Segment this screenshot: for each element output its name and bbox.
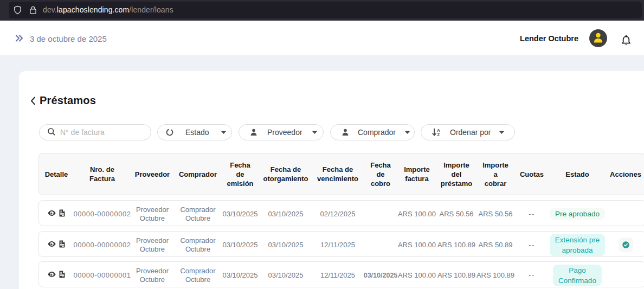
svg-text:Z: Z — [437, 132, 440, 137]
